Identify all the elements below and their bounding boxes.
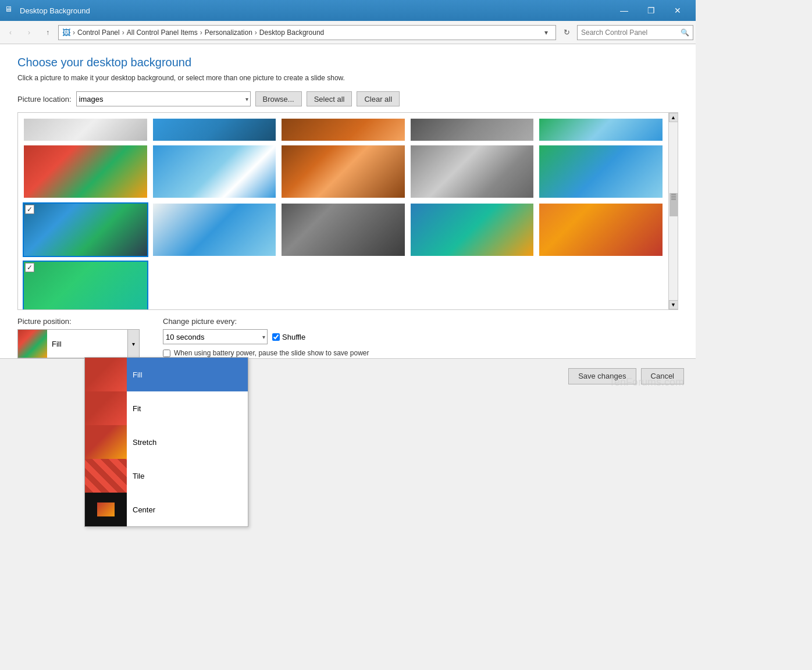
list-item[interactable] [152, 117, 277, 141]
search-box[interactable]: 🔍 [577, 25, 693, 40]
change-interval-select[interactable]: 10 seconds 30 seconds 1 minute 6 hours 1… [163, 329, 268, 344]
main-content: Choose your desktop background Click a p… [0, 44, 696, 358]
position-dropdown-arrow[interactable]: ▾ [127, 330, 139, 358]
fill-thumb [85, 358, 127, 391]
fit-label: Fit [127, 404, 141, 413]
list-item[interactable] [409, 202, 535, 257]
restore-button[interactable]: ❐ [638, 0, 664, 21]
save-button[interactable]: Save changes [568, 368, 636, 384]
list-item[interactable] [538, 202, 664, 257]
list-item[interactable] [152, 144, 277, 199]
cancel-button[interactable]: Cancel [641, 368, 684, 384]
stretch-thumb [85, 425, 127, 459]
forward-button[interactable]: › [21, 24, 37, 41]
list-item[interactable] [280, 144, 406, 199]
minimize-button[interactable]: — [611, 0, 638, 21]
shuffle-label[interactable]: Shuffle [282, 333, 305, 341]
list-item[interactable] [152, 202, 277, 257]
fill-label: Fill [127, 370, 143, 379]
stretch-label: Stretch [127, 438, 156, 447]
dropdown-item-stretch[interactable]: Stretch [85, 425, 248, 459]
list-item[interactable]: ✓ [23, 202, 148, 257]
position-dropdown: Fill Fit Stretch Tile Center [84, 357, 248, 527]
change-section: Change picture every: 10 seconds 30 seco… [163, 317, 369, 358]
location-row: Picture location: images ▾ Browse... Sel… [17, 91, 678, 106]
page-subtitle: Click a picture to make it your desktop … [17, 74, 678, 82]
list-item[interactable] [538, 117, 664, 141]
window-title: Desktop Background [20, 6, 611, 15]
picture-location-label: Picture location: [17, 95, 72, 104]
refresh-button[interactable]: ↻ [558, 24, 575, 41]
location-select[interactable]: images [76, 91, 251, 106]
change-select-wrapper[interactable]: 10 seconds 30 seconds 1 minute 6 hours 1… [163, 329, 268, 344]
center-label: Center [127, 505, 155, 514]
image-grid-container: ✓ ✓ [17, 112, 678, 310]
image-grid: ✓ ✓ [18, 113, 668, 309]
tile-label: Tile [127, 472, 144, 480]
battery-label[interactable]: When using battery power, pause the slid… [174, 349, 369, 357]
tile-thumb [85, 459, 127, 493]
list-item[interactable] [23, 144, 148, 199]
position-select-wrapper[interactable]: Fill ▾ [17, 329, 140, 358]
position-value: Fill [47, 340, 127, 348]
list-item[interactable]: ✓ [23, 261, 148, 309]
page-title: Choose your desktop background [17, 56, 678, 69]
position-section: Picture position: Fill ▾ [17, 317, 140, 358]
image-checkbox[interactable]: ✓ [25, 205, 34, 214]
list-item[interactable] [280, 117, 406, 141]
position-label: Picture position: [17, 317, 140, 326]
back-button[interactable]: ‹ [2, 24, 19, 41]
address-dropdown-arrow[interactable]: ▾ [540, 28, 552, 37]
list-item[interactable] [409, 144, 535, 199]
position-preview [18, 330, 47, 358]
address-box[interactable]: 🖼 › Control Panel › All Control Panel It… [58, 25, 556, 40]
window-controls: — ❐ ✕ [611, 0, 691, 21]
search-input[interactable] [581, 28, 681, 37]
image-checkbox[interactable]: ✓ [25, 263, 34, 272]
shuffle-row: Shuffle [272, 333, 305, 341]
list-item[interactable] [538, 144, 664, 199]
scroll-down-arrow[interactable]: ▼ [669, 300, 678, 309]
select-all-button[interactable]: Select all [307, 91, 352, 106]
battery-checkbox[interactable] [163, 350, 170, 357]
scroll-track [669, 122, 678, 300]
dropdown-item-tile[interactable]: Tile [85, 459, 248, 493]
bottom-controls: Picture position: Fill ▾ Change picture … [17, 310, 678, 358]
center-thumb [85, 493, 127, 526]
up-button[interactable]: ↑ [40, 24, 56, 41]
fit-thumb [85, 391, 127, 425]
scroll-thumb[interactable] [669, 193, 678, 216]
title-bar: 🖥 Desktop Background — ❐ ✕ [0, 0, 696, 21]
location-select-wrapper[interactable]: images ▾ [76, 91, 251, 106]
shuffle-checkbox[interactable] [272, 333, 280, 341]
address-bar: ‹ › ↑ 🖼 › Control Panel › All Control Pa… [0, 21, 696, 44]
search-icon: 🔍 [681, 28, 689, 37]
browse-button[interactable]: Browse... [255, 91, 302, 106]
battery-row: When using battery power, pause the slid… [163, 349, 369, 357]
dropdown-item-fill[interactable]: Fill [85, 358, 248, 391]
scroll-up-arrow[interactable]: ▲ [669, 113, 678, 122]
breadcrumb: 🖼 › Control Panel › All Control Panel It… [62, 28, 540, 37]
change-row: 10 seconds 30 seconds 1 minute 6 hours 1… [163, 329, 369, 344]
list-item[interactable] [409, 117, 535, 141]
dropdown-item-fit[interactable]: Fit [85, 391, 248, 425]
close-button[interactable]: ✕ [664, 0, 691, 21]
list-item[interactable] [23, 117, 148, 141]
window-icon: 🖥 [5, 5, 16, 16]
change-label: Change picture every: [163, 317, 369, 326]
dropdown-item-center[interactable]: Center [85, 493, 248, 526]
list-item[interactable] [280, 202, 406, 257]
clear-all-button[interactable]: Clear all [357, 91, 400, 106]
grid-scrollbar: ▲ ▼ [668, 113, 678, 309]
